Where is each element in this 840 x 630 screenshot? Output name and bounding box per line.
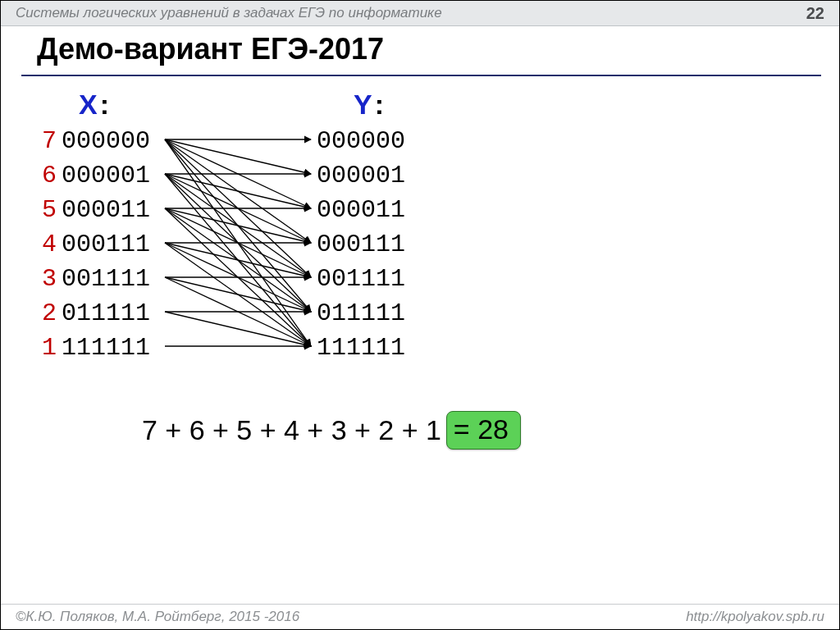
svg-line-1	[165, 139, 311, 174]
svg-line-2	[165, 139, 311, 208]
x-column: 7000000 6000001 5000011 4000111 3001111 …	[42, 124, 150, 365]
x-row: 3001111	[42, 262, 150, 296]
sum-result: = 28	[446, 411, 521, 450]
svg-line-23	[165, 277, 311, 312]
svg-line-24	[165, 277, 311, 346]
svg-line-9	[165, 174, 311, 243]
title-underline	[21, 75, 821, 76]
svg-line-16	[165, 208, 311, 312]
page-number: 22	[806, 4, 824, 23]
svg-line-8	[165, 174, 311, 208]
y-row: 000011	[317, 193, 405, 227]
x-row: 5000011	[42, 193, 150, 227]
y-row: 000000	[317, 124, 405, 158]
y-row: 011111	[317, 296, 405, 331]
svg-line-12	[165, 174, 311, 346]
svg-line-14	[165, 208, 311, 243]
x-row: 6000001	[42, 158, 150, 193]
footer-copyright: ©К.Ю. Поляков, М.А. Ройтберг, 2015 -2016	[16, 609, 299, 625]
svg-line-4	[165, 139, 311, 277]
sum-expression: 7 + 6 + 5 + 4 + 3 + 2 + 1	[142, 414, 441, 446]
y-row: 001111	[317, 262, 405, 296]
y-row: 000111	[317, 227, 405, 262]
x-row: 4000111	[42, 227, 150, 262]
svg-line-3	[165, 139, 311, 243]
header-subject: Системы логических уравнений в задачах Е…	[16, 5, 442, 21]
footer-url: http://kpolyakov.spb.ru	[686, 609, 824, 625]
svg-line-11	[165, 174, 311, 312]
label-y: Y:	[354, 89, 384, 121]
y-row: 000001	[317, 158, 405, 193]
svg-line-17	[165, 208, 311, 346]
svg-line-6	[165, 139, 311, 346]
y-row: 111111	[317, 331, 405, 365]
slide: Системы логических уравнений в задачах Е…	[0, 0, 840, 630]
label-x: X:	[79, 89, 109, 121]
slide-title: Демо-вариант ЕГЭ-2017	[37, 32, 384, 66]
x-row: 1111111	[42, 331, 150, 365]
svg-line-5	[165, 139, 311, 312]
svg-line-10	[165, 174, 311, 277]
x-row: 7000000	[42, 124, 150, 158]
svg-line-26	[165, 312, 311, 346]
content: X: Y: 7000000 6000001 5000011 4000111 30…	[1, 87, 840, 546]
y-column: 000000 000001 000011 000111 001111 01111…	[317, 124, 405, 365]
svg-line-20	[165, 243, 311, 312]
footer: ©К.Ю. Поляков, М.А. Ройтберг, 2015 -2016…	[1, 604, 839, 629]
svg-line-21	[165, 243, 311, 346]
header-bar: Системы логических уравнений в задачах Е…	[1, 1, 839, 26]
svg-line-15	[165, 208, 311, 277]
x-row: 2011111	[42, 296, 150, 331]
svg-line-19	[165, 243, 311, 277]
sum-line: 7 + 6 + 5 + 4 + 3 + 2 + 1 = 28	[142, 411, 521, 450]
